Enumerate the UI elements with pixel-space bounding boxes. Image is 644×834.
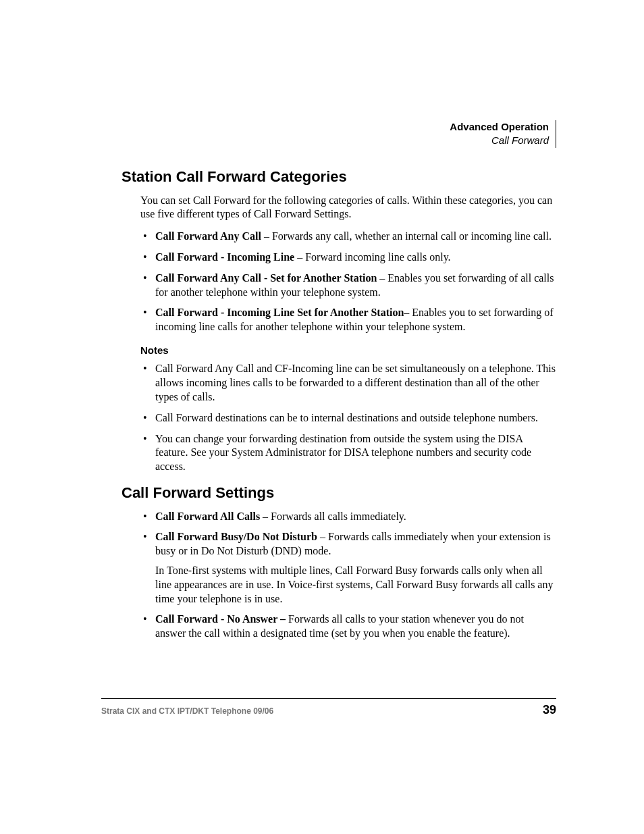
content: Station Call Forward Categories You can … — [122, 120, 556, 641]
notes-list: Call Forward Any Call and CF-Incoming li… — [140, 362, 556, 474]
list-item: Call Forward destinations can be to inte… — [140, 411, 556, 425]
list-item: Call Forward - Incoming Line Set for Ano… — [140, 306, 556, 334]
list-item: Call Forward - No Answer – Forwards all … — [140, 613, 556, 641]
footer-rule — [101, 698, 556, 699]
item-term: Call Forward - Incoming Line Set for Ano… — [155, 307, 404, 318]
item-sep: – — [261, 230, 272, 242]
page: Advanced Operation Call Forward Station … — [0, 0, 644, 834]
section-heading: Call Forward Settings — [122, 484, 556, 503]
note-text: Call Forward Any Call and CF-Incoming li… — [155, 363, 556, 402]
note-text: You can change your forwarding destinati… — [155, 433, 531, 473]
item-sep: – — [317, 531, 328, 542]
list-item: Call Forward Any Call and CF-Incoming li… — [140, 362, 556, 404]
notes-heading: Notes — [140, 344, 556, 357]
list-item: Call Forward Busy/Do Not Disturb – Forwa… — [140, 530, 556, 606]
header-chapter: Advanced Operation — [450, 120, 549, 134]
item-term: Call Forward - No Answer – — [155, 613, 286, 625]
list-item: Call Forward Any Call - Set for Another … — [140, 271, 556, 300]
list-item: Call Forward All Calls – Forwards all ca… — [140, 510, 556, 524]
list-item: Call Forward Any Call – Forwards any cal… — [140, 230, 556, 244]
section-intro: You can set Call Forward for the followi… — [140, 194, 556, 222]
item-term: Call Forward Any Call - Set for Another … — [155, 272, 377, 284]
category-list: Call Forward Any Call – Forwards any cal… — [140, 230, 556, 334]
item-desc: Forward incoming line calls only. — [305, 251, 450, 263]
list-item: You can change your forwarding destinati… — [140, 432, 556, 474]
item-extra: In Tone-first systems with multiple line… — [155, 564, 556, 606]
item-term: Call Forward Busy/Do Not Disturb — [155, 531, 317, 542]
item-desc: Forwards all calls immediately. — [271, 511, 406, 522]
item-sep: – — [404, 307, 412, 318]
footer-doc-title: Strata CIX and CTX IPT/DKT Telephone 09/… — [101, 706, 273, 717]
note-text: Call Forward destinations can be to inte… — [155, 412, 538, 423]
item-desc: Forwards any call, whether an internal c… — [272, 230, 552, 242]
footer: Strata CIX and CTX IPT/DKT Telephone 09/… — [101, 702, 556, 718]
item-sep: – — [294, 251, 305, 263]
running-header: Advanced Operation Call Forward — [450, 120, 556, 148]
item-term: Call Forward Any Call — [155, 230, 261, 242]
item-sep: – — [260, 511, 271, 522]
item-term: Call Forward - Incoming Line — [155, 251, 294, 263]
list-item: Call Forward - Incoming Line – Forward i… — [140, 251, 556, 265]
footer-page-number: 39 — [543, 702, 556, 718]
header-section: Call Forward — [450, 134, 549, 147]
section-heading: Station Call Forward Categories — [122, 167, 556, 187]
settings-list: Call Forward All Calls – Forwards all ca… — [140, 510, 556, 641]
item-sep: – — [377, 272, 387, 284]
item-term: Call Forward All Calls — [155, 511, 260, 522]
